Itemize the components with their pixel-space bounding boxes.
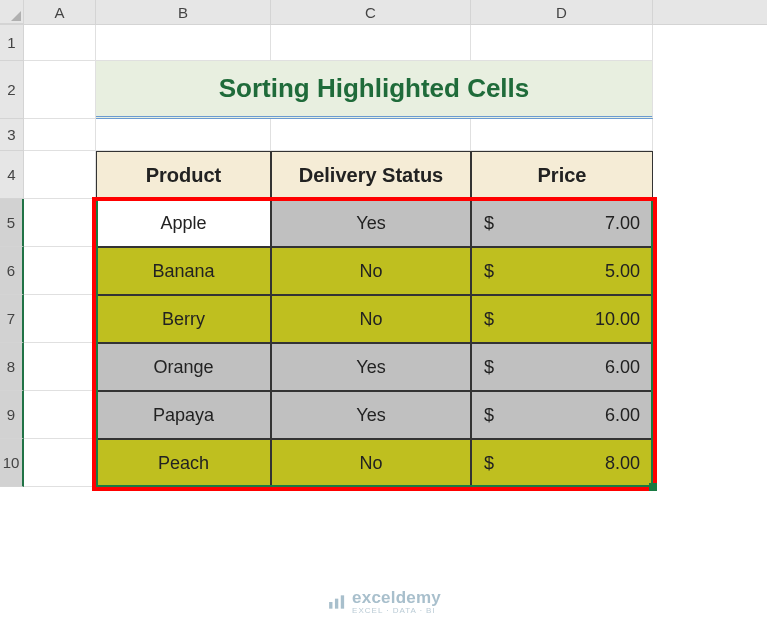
svg-rect-0: [329, 602, 332, 609]
select-all-corner[interactable]: [0, 0, 24, 24]
col-header-B[interactable]: B: [96, 0, 271, 24]
cell-A3[interactable]: [24, 119, 96, 151]
cell-product-6[interactable]: Banana: [96, 247, 271, 295]
row-header-9[interactable]: 9: [0, 391, 24, 439]
cell-product-9[interactable]: Papaya: [96, 391, 271, 439]
cell-price-8[interactable]: $6.00: [471, 343, 653, 391]
row-header-4[interactable]: 4: [0, 151, 24, 199]
cell-A8[interactable]: [24, 343, 96, 391]
col-header-C[interactable]: C: [271, 0, 471, 24]
cell-price-6[interactable]: $5.00: [471, 247, 653, 295]
cell-price-10[interactable]: $8.00: [471, 439, 653, 487]
col-header-D[interactable]: D: [471, 0, 653, 24]
watermark-brand: exceldemy: [352, 588, 441, 607]
title-cell[interactable]: Sorting Highlighted Cells: [96, 61, 653, 119]
row-headers: 1 2 3 4 5 6 7 8 9 10: [0, 25, 24, 487]
chart-icon: [326, 592, 346, 612]
cell-A5[interactable]: [24, 199, 96, 247]
cell-A6[interactable]: [24, 247, 96, 295]
cell-price-7[interactable]: $10.00: [471, 295, 653, 343]
col-header-A[interactable]: A: [24, 0, 96, 24]
cell-C3[interactable]: [271, 119, 471, 151]
row-header-7[interactable]: 7: [0, 295, 24, 343]
cell-status-8[interactable]: Yes: [271, 343, 471, 391]
svg-rect-1: [334, 598, 337, 608]
header-price[interactable]: Price: [471, 151, 653, 199]
cell-status-10[interactable]: No: [271, 439, 471, 487]
cell-product-8[interactable]: Orange: [96, 343, 271, 391]
cell-A2[interactable]: [24, 61, 96, 119]
watermark-sub: EXCEL · DATA · BI: [352, 606, 441, 615]
cell-D1[interactable]: [471, 25, 653, 61]
cell-status-9[interactable]: Yes: [271, 391, 471, 439]
cell-B3[interactable]: [96, 119, 271, 151]
cell-C1[interactable]: [271, 25, 471, 61]
grid: Sorting Highlighted Cells Product Delive…: [24, 25, 653, 487]
cell-product-7[interactable]: Berry: [96, 295, 271, 343]
fill-handle[interactable]: [649, 483, 657, 491]
cell-status-5[interactable]: Yes: [271, 199, 471, 247]
cell-A4[interactable]: [24, 151, 96, 199]
cell-status-6[interactable]: No: [271, 247, 471, 295]
cell-product-10[interactable]: Peach: [96, 439, 271, 487]
row-header-6[interactable]: 6: [0, 247, 24, 295]
row-header-10[interactable]: 10: [0, 439, 24, 487]
row-header-5[interactable]: 5: [0, 199, 24, 247]
cell-D3[interactable]: [471, 119, 653, 151]
spreadsheet: A B C D 1 2 3 4 5 6 7 8 9 10: [0, 0, 767, 487]
cell-B1[interactable]: [96, 25, 271, 61]
cell-price-9[interactable]: $6.00: [471, 391, 653, 439]
header-status[interactable]: Delivery Status: [271, 151, 471, 199]
row-header-3[interactable]: 3: [0, 119, 24, 151]
column-headers-row: A B C D: [0, 0, 767, 25]
header-product[interactable]: Product: [96, 151, 271, 199]
cell-A7[interactable]: [24, 295, 96, 343]
row-header-1[interactable]: 1: [0, 25, 24, 61]
cell-status-7[interactable]: No: [271, 295, 471, 343]
cell-A10[interactable]: [24, 439, 96, 487]
svg-rect-2: [340, 595, 343, 608]
cell-price-5[interactable]: $7.00: [471, 199, 653, 247]
cell-A1[interactable]: [24, 25, 96, 61]
cell-A9[interactable]: [24, 391, 96, 439]
row-header-2[interactable]: 2: [0, 61, 24, 119]
cell-product-5[interactable]: Apple: [96, 199, 271, 247]
watermark: exceldemy EXCEL · DATA · BI: [326, 588, 441, 615]
row-header-8[interactable]: 8: [0, 343, 24, 391]
